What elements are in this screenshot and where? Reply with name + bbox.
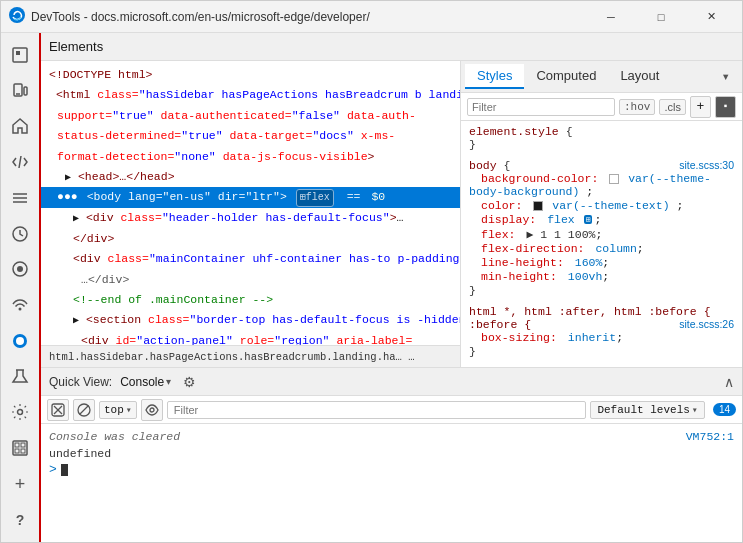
- css-rule-html-star: html *, html :after, html :before { site…: [469, 305, 734, 358]
- dom-line-head[interactable]: ▶ <head>…</head>: [41, 167, 460, 187]
- breadcrumb-text: html.hasSidebar.hasPageActions.hasBreadc…: [49, 351, 414, 363]
- dom-line-doctype: <!DOCTYPE html>: [41, 65, 460, 85]
- prop-flex-direction: flex-direction:: [481, 242, 585, 255]
- div1-triangle[interactable]: ▶: [73, 213, 79, 224]
- dom-line-ellipsis: …</div>: [41, 270, 460, 290]
- css-prop-bg: background-color: var(--theme-body-backg…: [469, 172, 734, 198]
- section-triangle[interactable]: ▶: [73, 315, 79, 326]
- styles-filter-row: :hov .cls + ▪: [461, 93, 742, 121]
- console-tab-dropdown[interactable]: Console ▾: [116, 373, 175, 391]
- close-button[interactable]: ✕: [688, 1, 734, 33]
- prompt-arrow-icon: >: [49, 462, 57, 477]
- sidebar-icon-wifi[interactable]: [2, 287, 38, 323]
- styles-content[interactable]: element.style { } body {: [461, 121, 742, 367]
- tab-more[interactable]: ▾: [714, 64, 738, 89]
- console-vm-link[interactable]: VM752:1: [686, 430, 734, 443]
- html-source-link[interactable]: site.scss:26: [679, 318, 734, 330]
- add-style-rule-button[interactable]: +: [690, 96, 711, 118]
- sidebar-icon-performance[interactable]: [2, 216, 38, 252]
- val-flex: ▶ 1 1 100%: [526, 228, 595, 241]
- console-panel: Quick View: Console ▾ ⚙ ∧: [41, 367, 742, 542]
- sidebar-icon-experiments[interactable]: [2, 359, 38, 395]
- tab-styles[interactable]: Styles: [465, 64, 524, 89]
- css-selector-element: element.style {: [469, 125, 734, 138]
- sidebar-icon-network[interactable]: [2, 180, 38, 216]
- tab-computed[interactable]: Computed: [524, 64, 608, 89]
- css-prop-min-height: min-height: 100vh;: [469, 270, 734, 283]
- console-eye-button[interactable]: [141, 399, 163, 421]
- hov-button[interactable]: :hov: [619, 99, 655, 115]
- flex-badge[interactable]: ⊞flex: [296, 189, 334, 207]
- svg-rect-19: [21, 443, 25, 447]
- toggle-device-button[interactable]: ▪: [715, 96, 736, 118]
- sidebar-icon-layers[interactable]: [2, 430, 38, 466]
- console-toolbar: top ▾ Default levels ▾ 14: [41, 396, 742, 424]
- val-mh-semi: ;: [602, 270, 609, 283]
- prop-box-sizing: box-sizing:: [481, 331, 557, 344]
- sidebar-icon-memory[interactable]: [2, 252, 38, 288]
- flex-icon[interactable]: ⊞: [584, 215, 593, 224]
- console-levels-dropdown[interactable]: Default levels ▾: [590, 401, 704, 419]
- console-expand-icon[interactable]: ∧: [724, 374, 734, 390]
- console-output[interactable]: Console was cleared VM752:1 undefined >: [41, 424, 742, 542]
- css-prop-color: color: var(--theme-text) ;: [469, 199, 734, 212]
- open-brace-element: {: [566, 125, 573, 138]
- elements-header: Elements: [41, 33, 742, 61]
- console-cleared-message: Console was cleared VM752:1: [49, 428, 734, 445]
- close-brace-element: }: [469, 138, 476, 151]
- console-prompt-line[interactable]: >: [49, 462, 734, 477]
- css-rule-element-style: element.style { }: [469, 125, 734, 151]
- console-context-select[interactable]: top ▾: [99, 401, 137, 419]
- css-close-html: }: [469, 345, 734, 358]
- val-flex-semi: ;: [595, 228, 602, 241]
- sidebar-icon-inspect[interactable]: [2, 37, 38, 73]
- devtools-panel: Elements <!DOCTYPE html> <html: [41, 33, 742, 542]
- minimize-button[interactable]: ─: [588, 1, 634, 33]
- console-gear-icon[interactable]: ⚙: [183, 374, 196, 390]
- maximize-button[interactable]: □: [638, 1, 684, 33]
- sidebar-icon-add[interactable]: +: [2, 466, 38, 502]
- dom-content[interactable]: <!DOCTYPE html> <html class="hasSidebar …: [41, 61, 460, 345]
- tab-layout[interactable]: Layout: [608, 64, 671, 89]
- body-source-link[interactable]: site.scss:30: [679, 159, 734, 171]
- selector-text-html: html *, html :after, html :before {: [469, 305, 711, 318]
- sidebar-icon-help[interactable]: ?: [2, 502, 38, 538]
- clear-console-button[interactable]: [47, 399, 69, 421]
- dom-line-div1[interactable]: ▶ <div class="header-holder has-default-…: [41, 208, 460, 228]
- svg-rect-2: [16, 51, 20, 55]
- sidebar-icon-device[interactable]: [2, 73, 38, 109]
- sidebar-icon-sources[interactable]: [2, 144, 38, 180]
- sidebar-icon-settings[interactable]: [2, 395, 38, 431]
- levels-chevron-icon: ▾: [692, 404, 698, 416]
- html-open-tag: <html: [56, 88, 91, 101]
- selector-text-element: element.style: [469, 125, 566, 138]
- open-brace-body: {: [504, 159, 511, 172]
- sidebar-bottom: + ?: [2, 466, 38, 542]
- css-selector-body: body { site.scss:30: [469, 159, 734, 172]
- console-filter-input[interactable]: [167, 401, 587, 419]
- selector-text-body: body: [469, 159, 504, 172]
- styles-filter-input[interactable]: [467, 98, 615, 116]
- css-rule-body: body { site.scss:30 background-color: va…: [469, 159, 734, 297]
- dom-line-div1-close: </div>: [41, 229, 460, 249]
- breadcrumb: html.hasSidebar.hasPageActions.hasBreadc…: [41, 345, 460, 367]
- sidebar-icon-security[interactable]: [2, 323, 38, 359]
- head-triangle[interactable]: ▶: [65, 172, 71, 183]
- block-console-button[interactable]: [73, 399, 95, 421]
- dom-line-body[interactable]: ●●● <body lang="en-us" dir="ltr"> ⊞flex …: [41, 187, 460, 208]
- sidebar-icon-home[interactable]: [2, 109, 38, 145]
- dom-line-html2: support="true" data-authenticated="false…: [41, 106, 460, 126]
- html-class-attr: class=: [97, 88, 138, 101]
- svg-rect-18: [15, 443, 19, 447]
- dom-line-section[interactable]: ▶ <section class="border-top has-default…: [41, 310, 460, 330]
- quick-view-label: Quick View:: [49, 375, 112, 389]
- console-tab-label: Console: [120, 375, 164, 389]
- bg-swatch[interactable]: [609, 174, 619, 184]
- css-selector-html-star: html *, html :after, html :before { site…: [469, 305, 734, 318]
- cls-button[interactable]: .cls: [659, 99, 686, 115]
- prop-background-color: background-color:: [481, 172, 598, 185]
- color-swatch[interactable]: [533, 201, 543, 211]
- sidebar: + ?: [1, 33, 41, 542]
- dom-line-comment: <!--end of .mainContainer -->: [41, 290, 460, 310]
- split-view: <!DOCTYPE html> <html class="hasSidebar …: [41, 61, 742, 367]
